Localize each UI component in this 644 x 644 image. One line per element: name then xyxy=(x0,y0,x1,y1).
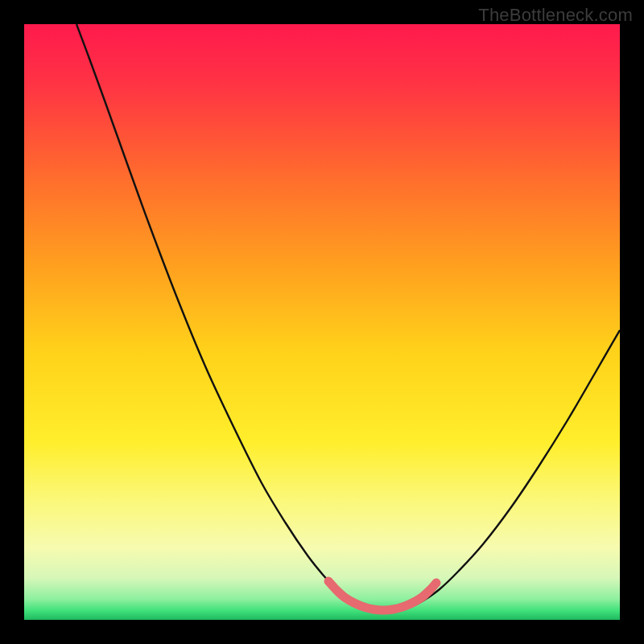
gradient-background xyxy=(24,24,620,620)
chart-canvas xyxy=(24,24,620,620)
chart-frame: TheBottleneck.com xyxy=(0,0,644,644)
watermark-label: TheBottleneck.com xyxy=(478,5,633,26)
plot-area xyxy=(24,24,620,620)
